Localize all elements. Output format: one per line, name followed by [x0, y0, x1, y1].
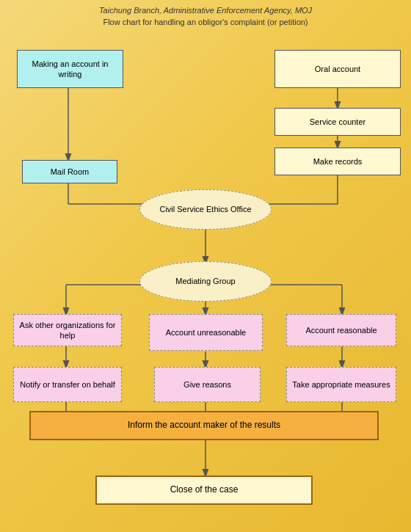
service-counter-box: Service counter: [274, 108, 401, 136]
mail-room-box: Mail Room: [22, 160, 117, 183]
account-reasonable-box: Account reasonable: [286, 314, 396, 346]
ask-other-box: Ask other organizations for help: [13, 314, 122, 346]
header-line1: Taichung Branch, Administrative Enforcem…: [0, 0, 411, 18]
account-unreasonable-box: Account unreasonable: [149, 314, 263, 351]
mediating-group-box: Mediating Group: [139, 261, 272, 302]
flowchart-container: Taichung Branch, Administrative Enforcem…: [0, 0, 411, 532]
header-line2: Flow chart for handling an obligor's com…: [0, 18, 411, 26]
civil-service-box: Civil Service Ethics Office: [139, 189, 272, 230]
take-appropriate-box: Take appropriate measures: [286, 367, 396, 402]
notify-transfer-box: Notify or transfer on behalf: [13, 367, 122, 402]
give-reasons-box: Give reasons: [154, 367, 261, 402]
making-account-box: Making an account in writing: [17, 50, 123, 88]
close-case-box: Close of the case: [95, 475, 313, 505]
inform-results-box: Inform the account maker of the results: [29, 411, 379, 440]
oral-account-box: Oral account: [274, 50, 401, 88]
make-records-box: Make records: [274, 147, 401, 175]
